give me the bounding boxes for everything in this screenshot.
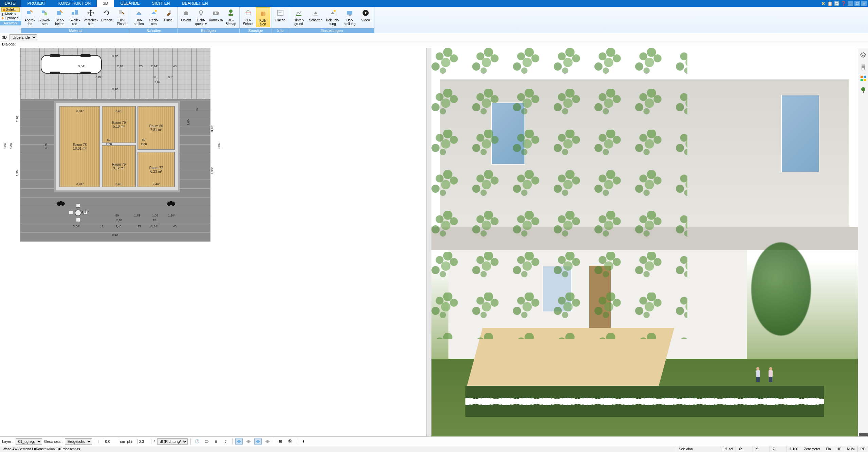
status-x: X: xyxy=(736,446,753,452)
help-icon[interactable]: ❓ xyxy=(841,1,846,6)
terrain-select[interactable]: Urgelände xyxy=(10,34,37,40)
scrollbar-vertical[interactable] xyxy=(427,48,431,436)
drag-handle[interactable] xyxy=(859,433,868,436)
verschieben-button[interactable]: Verschie- ben xyxy=(82,7,99,26)
dim-label: 9,12 xyxy=(112,233,118,237)
info-icon[interactable]: ℹ xyxy=(300,438,307,445)
phi-input[interactable] xyxy=(137,439,151,444)
hinpinsel-button[interactable]: Hin. Pinsel xyxy=(114,7,129,26)
darstellen-button[interactable]: Dar- stellen xyxy=(132,7,146,26)
view-3d[interactable] xyxy=(431,48,858,436)
mark-button[interactable]: ◧Mark.▾ xyxy=(1,12,20,16)
abgreifen-button[interactable]: Abgrei- fen xyxy=(23,7,37,26)
close-button[interactable]: ✕ xyxy=(861,1,867,6)
clipboard-icon[interactable]: 📋 xyxy=(827,1,833,6)
svg-rect-3 xyxy=(57,11,61,15)
kamera-button[interactable]: Kame- ra xyxy=(209,7,223,23)
dialoge-bar: Dialoge: xyxy=(0,41,868,48)
layer-select[interactable]: 01_ug,eg,og xyxy=(16,438,42,445)
dim-label: 80 xyxy=(107,138,110,142)
svg-point-11 xyxy=(199,11,203,14)
layer-label: Layer : xyxy=(2,439,14,444)
ribbon-group-info: m²Fläche Info xyxy=(272,7,289,33)
length-input[interactable] xyxy=(104,439,118,444)
3dschnitt-button[interactable]: 3D- Schnitt xyxy=(241,7,255,26)
tree-icon[interactable] xyxy=(860,86,867,94)
menu-bearbeiten[interactable]: BEARBEITEN xyxy=(176,0,214,7)
3dbitmap-button[interactable]: 3D- Bitmap xyxy=(224,7,238,26)
dim-label: 1,00 xyxy=(152,214,158,217)
chair-icon[interactable] xyxy=(860,63,867,71)
dim-label: 3,04⁵ xyxy=(78,64,86,68)
palette-icon[interactable] xyxy=(860,75,867,82)
svg-rect-28 xyxy=(862,64,865,66)
bush-icon xyxy=(166,199,176,207)
ribbon: ▣Selekt ◧Mark.▾ ✚Optionen Auswahl Abgrei… xyxy=(0,7,868,33)
video-button[interactable]: Video xyxy=(358,7,373,23)
maximize-button[interactable]: ☐ xyxy=(854,1,860,6)
kollision-button[interactable]: Kolli- sion xyxy=(256,7,270,27)
dim-label: 6,00 xyxy=(10,143,13,149)
geschoss-label: Geschoss : xyxy=(44,439,63,444)
ribbon-label-auswahl: Auswahl xyxy=(0,21,21,25)
north-icon[interactable]: Ⓝ xyxy=(287,438,294,445)
status-rf: RF xyxy=(858,446,868,452)
status-selektion: Selektion xyxy=(676,446,720,452)
ribbon-label-sonstige: Sonstige xyxy=(240,28,272,33)
minimize-button[interactable]: — xyxy=(848,1,853,6)
flaeche-button[interactable]: m²Fläche xyxy=(273,7,288,23)
hintergrund-button[interactable]: Hinter- grund xyxy=(291,7,307,26)
bearbeiten-button[interactable]: Bear- beiten xyxy=(53,7,67,26)
direction-select[interactable]: dl (Richtung/Di xyxy=(157,438,188,445)
layer2-toggle[interactable] xyxy=(245,438,252,445)
lichtquelle-button[interactable]: Licht- quelle ▾ xyxy=(194,7,208,26)
car-symbol xyxy=(41,55,102,74)
grid-icon[interactable]: ⊞ xyxy=(277,438,284,445)
rechnen-button[interactable]: Rech- nen xyxy=(147,7,161,26)
geschoss-select[interactable]: Erdgeschoss xyxy=(65,438,92,445)
svg-rect-8 xyxy=(169,10,171,13)
selekt-button[interactable]: ▣Selekt xyxy=(1,7,20,12)
svg-rect-30 xyxy=(864,76,866,78)
tools-icon[interactable]: ✖ xyxy=(820,1,826,6)
layers-icon[interactable] xyxy=(860,52,867,59)
share-icon[interactable]: ⤴ xyxy=(222,438,229,445)
dim-label: 3,04⁵ xyxy=(76,109,84,113)
ribbon-group-sonstige: 3D- Schnitt Kolli- sion Sonstige xyxy=(240,7,272,33)
room-76: Raum 769,12 m² xyxy=(102,145,136,187)
status-unit: Zentimeter xyxy=(801,446,823,452)
optionen-button[interactable]: ✚Optionen xyxy=(1,16,20,20)
skalieren-button[interactable]: Skalie- ren xyxy=(68,7,82,26)
reload-icon[interactable]: 🔄 xyxy=(834,1,839,6)
ribbon-label-info: Info xyxy=(272,28,289,33)
objekt-button[interactable]: Objekt xyxy=(179,7,193,23)
svg-point-19 xyxy=(263,12,265,16)
menu-projekt[interactable]: PROJEKT xyxy=(21,0,52,7)
stack-icon[interactable]: ≣ xyxy=(213,438,220,445)
pinsel-button[interactable]: Pinsel xyxy=(162,7,176,23)
svg-rect-0 xyxy=(27,11,31,14)
ribbon-group-einfuegen: Objekt Licht- quelle ▾ Kame- ra 3D- Bitm… xyxy=(178,7,240,33)
darstellung-button[interactable]: Dar- stellung xyxy=(341,7,358,26)
clock-icon[interactable]: 🕐 xyxy=(193,438,201,445)
beleuchtung-button[interactable]: Beleuch- tung xyxy=(325,7,341,26)
layer4-toggle[interactable] xyxy=(264,438,271,445)
svg-rect-10 xyxy=(185,11,187,12)
view-2d[interactable]: Raum 7818,01 m² Raum 795,10 m² Raum 769,… xyxy=(0,48,427,436)
schatten-settings-button[interactable]: Schatten xyxy=(308,7,324,23)
menu-3d[interactable]: 3D xyxy=(97,0,114,7)
drehen-button[interactable]: Drehen xyxy=(99,7,114,23)
dim-label: 3,26⁵ xyxy=(210,125,214,132)
dim-label: 75 xyxy=(153,219,156,222)
menu-gelaende[interactable]: GELÄNDE xyxy=(114,0,146,7)
layer1-toggle[interactable] xyxy=(235,438,243,445)
zuweisen-button[interactable]: Zuwei- sen xyxy=(38,7,52,26)
status-left: Wand AW-Bestand L=Konstruktion G=Erdgesc… xyxy=(0,446,676,452)
dim-label: 43 xyxy=(173,225,177,228)
menu-sichten[interactable]: SICHTEN xyxy=(146,0,176,7)
status-bar: Wand AW-Bestand L=Konstruktion G=Erdgesc… xyxy=(0,446,868,452)
menu-datei[interactable]: DATEI xyxy=(0,0,21,7)
layer3-toggle[interactable] xyxy=(254,438,262,445)
screen-icon[interactable]: 🖵 xyxy=(203,438,210,445)
menu-konstruktion[interactable]: KONSTRUKTION xyxy=(52,0,97,7)
